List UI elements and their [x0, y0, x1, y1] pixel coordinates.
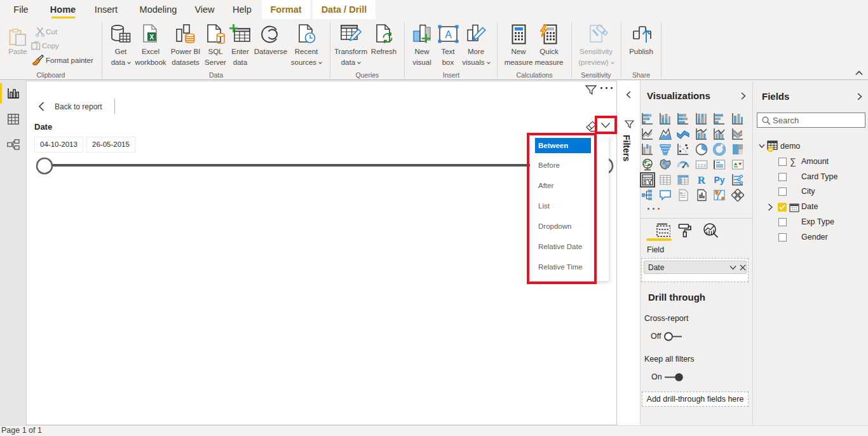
svg-text:123: 123 — [697, 162, 706, 168]
svg-text:Py: Py — [714, 175, 725, 185]
svg-text:R: R — [698, 174, 706, 186]
svg-text:A: A — [445, 29, 452, 40]
svg-text:X: X — [149, 33, 154, 41]
